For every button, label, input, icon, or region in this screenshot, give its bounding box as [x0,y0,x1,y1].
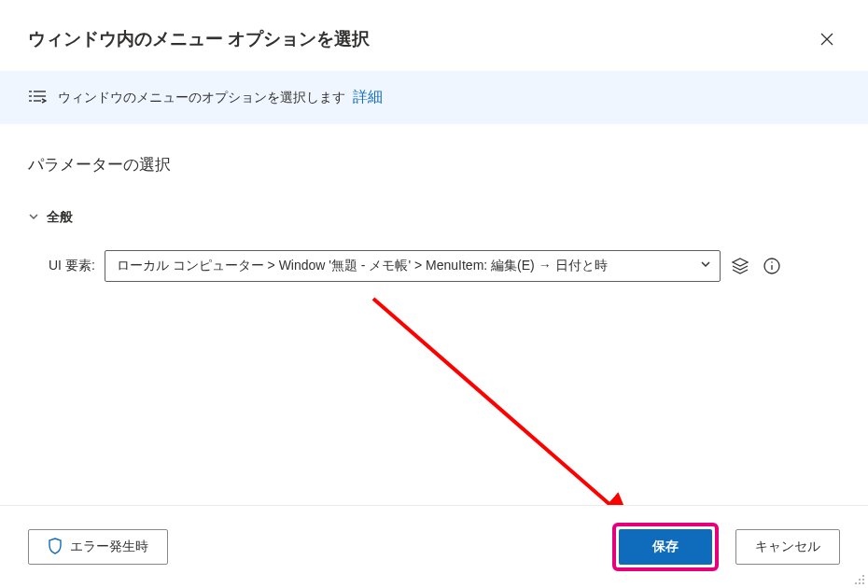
footer-right: 保存 キャンセル [612,523,840,571]
on-error-button[interactable]: エラー発生時 [28,529,168,565]
svg-line-13 [373,299,625,518]
layers-icon [731,257,749,275]
dialog-footer: エラー発生時 保存 キャンセル [0,505,868,588]
general-collapse-toggle[interactable]: 全般 [28,209,840,226]
cancel-button[interactable]: キャンセル [735,529,840,565]
svg-point-10 [771,261,773,263]
chevron-down-icon [28,209,39,226]
svg-point-16 [862,579,864,581]
dialog-header: ウィンドウ内のメニュー オプションを選択 [0,0,868,71]
ui-element-dropdown[interactable]: ローカル コンピューター > Window '無題 - メモ帳' > MenuI… [105,250,721,282]
chevron-down-icon [699,258,712,274]
save-highlight: 保存 [612,523,719,571]
close-icon [819,32,834,47]
on-error-label: エラー発生時 [70,539,148,555]
general-label: 全般 [47,209,73,226]
info-icon [763,257,781,275]
svg-point-18 [859,582,861,584]
ui-element-value: ローカル コンピューター > Window '無題 - メモ帳' > MenuI… [117,258,699,274]
layers-button[interactable] [730,256,750,276]
section-title: パラメーターの選択 [28,154,840,175]
close-button[interactable] [814,26,840,52]
details-link[interactable]: 詳細 [353,89,383,105]
ui-element-field-row: UI 要素: ローカル コンピューター > Window '無題 - メモ帳' … [28,250,840,282]
steps-icon [28,89,47,107]
info-button[interactable] [762,256,782,276]
arrow-annotation [369,294,658,537]
svg-point-15 [859,579,861,581]
info-bar: ウィンドウのメニューのオプションを選択します 詳細 [0,71,868,124]
svg-point-17 [855,582,857,584]
save-button[interactable]: 保存 [619,529,712,565]
content: パラメーターの選択 全般 UI 要素: ローカル コンピューター > Windo… [0,124,868,282]
dialog-title: ウィンドウ内のメニュー オプションを選択 [28,27,370,51]
svg-point-14 [862,575,864,577]
svg-point-19 [862,582,864,584]
info-text: ウィンドウのメニューのオプションを選択します [58,90,345,105]
ui-element-label: UI 要素: [49,258,95,274]
resize-grip-icon [853,573,866,586]
svg-marker-8 [733,259,748,266]
info-text-container: ウィンドウのメニューのオプションを選択します 詳細 [58,88,383,107]
shield-icon [48,538,63,557]
